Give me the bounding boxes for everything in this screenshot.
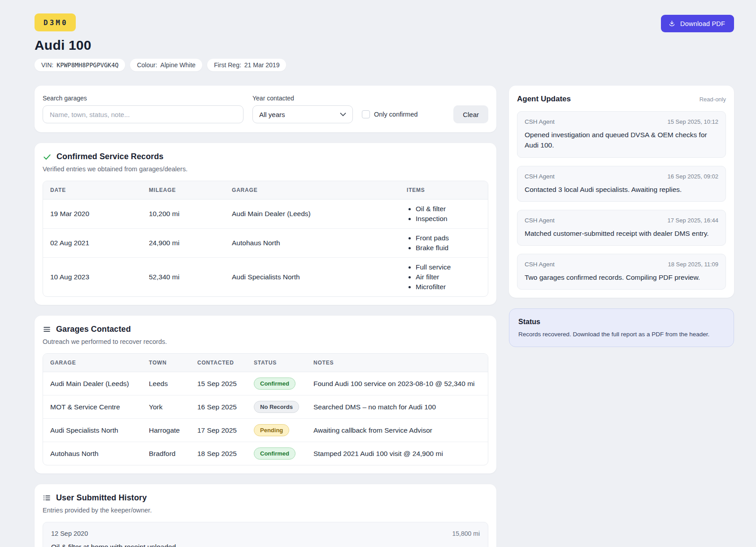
record-item: Full service (416, 262, 481, 272)
demo-badge: D3M0 (35, 13, 76, 31)
agent-update-item: CSH Agent 15 Sep 2025, 10:12 Opened inve… (517, 111, 726, 158)
garage-contacted: 18 Sep 2025 (190, 442, 247, 465)
download-pdf-button[interactable]: Download PDF (661, 15, 734, 32)
table-row: Audi Specialists North Harrogate 17 Sep … (43, 419, 488, 442)
update-author: CSH Agent (525, 261, 555, 268)
read-only-badge: Read-only (700, 96, 726, 103)
record-date: 10 Aug 2023 (43, 258, 142, 297)
record-items: Oil & filter Inspection (400, 200, 488, 229)
record-item: Oil & filter (416, 204, 481, 214)
menu-icon (43, 325, 51, 334)
garage-name: Audi Main Dealer (Leeds) (43, 372, 142, 395)
table-header-row: DATE MILEAGE GARAGE ITEMS (43, 181, 488, 200)
confirmed-records-table: DATE MILEAGE GARAGE ITEMS 19 Mar 2020 10… (43, 181, 488, 296)
download-icon (668, 20, 676, 27)
user-history-subtitle: Entries provided by the keeper/owner. (43, 507, 488, 514)
update-timestamp: 16 Sep 2025, 09:02 (668, 173, 719, 180)
first-reg-label: First Reg: (214, 61, 241, 69)
record-items: Front pads Brake fluid (400, 229, 488, 258)
entry-mileage: 15,800 mi (452, 530, 480, 537)
column-header-notes: NOTES (306, 354, 488, 372)
garage-notes: Awaiting callback from Service Advisor (306, 419, 488, 442)
entry-date: 12 Sep 2020 (51, 530, 88, 537)
chevron-down-icon (340, 113, 346, 117)
only-confirmed-label: Only confirmed (374, 111, 418, 118)
status-badge: No Records (254, 401, 299, 413)
colour-chip: Colour: Alpine White (130, 59, 202, 71)
record-garage: Autohaus North (225, 229, 400, 258)
confirmed-records-card: Confirmed Service Records Verified entri… (35, 143, 496, 305)
list-icon (43, 494, 51, 502)
vin-value: KPWP8MH8PPGPVGK4Q (56, 61, 118, 69)
search-input[interactable] (43, 105, 243, 123)
status-badge: Pending (254, 424, 289, 436)
garage-town: Harrogate (142, 419, 190, 442)
column-header-date: DATE (43, 181, 142, 200)
column-header-contacted: CONTACTED (190, 354, 247, 372)
garages-contacted-subtitle: Outreach we performed to recover records… (43, 338, 488, 345)
filter-bar: Search garages Year contacted All years … (35, 86, 496, 132)
update-timestamp: 15 Sep 2025, 10:12 (668, 118, 719, 125)
status-badge: Confirmed (254, 378, 295, 390)
garage-contacted: 15 Sep 2025 (190, 372, 247, 395)
vehicle-report-page: D3M0 Audi 100 VIN: KPWP8MH8PPGPVGK4Q Col… (35, 0, 734, 547)
table-header-row: GARAGE TOWN CONTACTED STATUS NOTES (43, 354, 488, 372)
only-confirmed-group: Only confirmed (362, 105, 418, 123)
column-header-status: STATUS (247, 354, 306, 372)
first-reg-value: 21 Mar 2019 (244, 61, 280, 69)
first-reg-chip: First Reg: 21 Mar 2019 (207, 59, 286, 71)
status-message: Records recovered. Download the full rep… (518, 331, 725, 338)
garage-notes: Stamped 2021 Audi 100 visit @ 24,900 mi (306, 442, 488, 465)
update-timestamp: 18 Sep 2025, 11:09 (668, 261, 718, 268)
agent-update-item: CSH Agent 18 Sep 2025, 11:09 Two garages… (517, 254, 726, 290)
record-garage: Audi Main Dealer (Leeds) (225, 200, 400, 229)
garage-name: Audi Specialists North (43, 419, 142, 442)
download-pdf-label: Download PDF (680, 20, 725, 27)
check-icon (43, 152, 52, 161)
vin-label: VIN: (41, 61, 53, 69)
vehicle-chips: VIN: KPWP8MH8PPGPVGK4Q Colour: Alpine Wh… (35, 59, 734, 71)
garages-contacted-card: Garages Contacted Outreach we performed … (35, 316, 496, 473)
update-author: CSH Agent (525, 118, 555, 125)
column-header-items: ITEMS (400, 181, 488, 200)
status-panel: Status Records recovered. Download the f… (509, 308, 734, 347)
garage-contacted: 17 Sep 2025 (190, 419, 247, 442)
year-field-group: Year contacted All years (252, 95, 353, 123)
record-mileage: 52,340 mi (142, 258, 225, 297)
agent-update-item: CSH Agent 17 Sep 2025, 16:44 Matched cus… (517, 210, 726, 246)
table-row: MOT & Service Centre York 16 Sep 2025 No… (43, 395, 488, 419)
update-timestamp: 17 Sep 2025, 16:44 (668, 217, 719, 224)
agent-updates-card: Agent Updates Read-only CSH Agent 15 Sep… (509, 86, 734, 298)
confirmed-records-title: Confirmed Service Records (56, 152, 164, 161)
column-header-mileage: MILEAGE (142, 181, 225, 200)
table-row: Audi Main Dealer (Leeds) Leeds 15 Sep 20… (43, 372, 488, 395)
update-message: Two garages confirmed records. Compiling… (525, 272, 718, 282)
entry-note: Oil & filter at home with receipt upload… (51, 543, 480, 547)
table-row: 19 Mar 2020 10,200 mi Audi Main Dealer (… (43, 200, 488, 229)
colour-value: Alpine White (161, 61, 196, 69)
record-item: Front pads (416, 233, 481, 243)
record-item: Microfilter (416, 282, 481, 292)
user-history-entry: 12 Sep 2020 15,800 mi Oil & filter at ho… (43, 522, 488, 547)
only-confirmed-checkbox[interactable] (362, 110, 370, 118)
garage-town: Leeds (142, 372, 190, 395)
main-column: Search garages Year contacted All years … (35, 86, 496, 547)
record-item: Inspection (416, 214, 481, 224)
year-selected-value: All years (259, 111, 285, 118)
status-badge: Confirmed (254, 447, 295, 460)
vin-chip: VIN: KPWP8MH8PPGPVGK4Q (35, 59, 125, 71)
column-header-garage: GARAGE (225, 181, 400, 200)
record-item: Brake fluid (416, 243, 481, 253)
year-contacted-select[interactable]: All years (252, 105, 353, 123)
update-author: CSH Agent (525, 173, 555, 180)
garage-town: York (142, 395, 190, 419)
table-row: Autohaus North Bradford 18 Sep 2025 Conf… (43, 442, 488, 465)
garage-notes: Found Audi 100 service on 2023-08-10 @ 5… (306, 372, 488, 395)
user-history-title: User Submitted History (56, 493, 147, 503)
garage-notes: Searched DMS – no match for Audi 100 (306, 395, 488, 419)
garage-town: Bradford (142, 442, 190, 465)
garage-contacted: 16 Sep 2025 (190, 395, 247, 419)
clear-filters-button[interactable]: Clear (453, 105, 488, 123)
record-mileage: 24,900 mi (142, 229, 225, 258)
column-header-town: TOWN (142, 354, 190, 372)
